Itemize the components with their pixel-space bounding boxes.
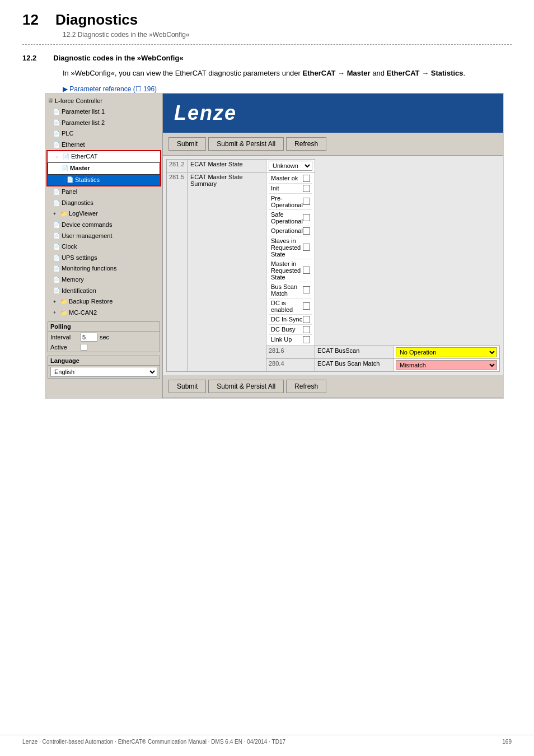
cb-safe-op[interactable] xyxy=(303,214,310,221)
section-number: 12.2 xyxy=(22,54,36,62)
ecat-busscan-dropdown[interactable]: No Operation Scan xyxy=(396,347,497,357)
submit-button[interactable]: Submit xyxy=(168,137,206,151)
sidebar-item-master[interactable]: 📄 Master xyxy=(48,162,160,175)
sidebar-item-lforce[interactable]: 🖥 L-force Controller xyxy=(45,96,162,107)
main-content-area: 🖥 L-force Controller 📄 Parameter list 1 … xyxy=(45,93,504,399)
sidebar-item-param1[interactable]: 📄 Parameter list 1 xyxy=(45,106,162,118)
cb-row-dc-in-sync: DC In-Sync xyxy=(269,315,312,325)
sidebar-item-label: Monitoring functions xyxy=(62,264,116,274)
submit-button-bottom[interactable]: Submit xyxy=(168,380,206,393)
sidebar-item-label: Diagnostics xyxy=(62,198,93,208)
sidebar-item-identification[interactable]: 📄 Identification xyxy=(45,286,162,297)
footer-page-number: 169 xyxy=(502,739,512,745)
param-id-281-6: 281.6 xyxy=(266,346,315,358)
sidebar-item-panel[interactable]: 📄 Panel xyxy=(45,186,162,198)
cb-dc-in-sync[interactable] xyxy=(303,316,310,323)
param-row-281-2: 281.2 ECAT Master State Unknown Init Pre… xyxy=(167,159,500,172)
cb-label-dc-enabled: DC is enabled xyxy=(271,300,303,313)
cb-pre-op[interactable] xyxy=(303,198,310,205)
cb-bus-scan-match[interactable] xyxy=(303,286,310,293)
sidebar-item-label: Master xyxy=(70,164,90,174)
mccan2-icon: 📁 xyxy=(60,309,67,318)
language-select[interactable]: English German French xyxy=(50,367,157,377)
cb-label-link-up: Link Up xyxy=(271,336,292,343)
sidebar-item-clock[interactable]: 📄 Clock xyxy=(45,241,162,253)
polling-title: Polling xyxy=(48,322,160,332)
page-footer: Lenze · Controller-based Automation · Et… xyxy=(0,735,534,745)
submit-persist-button-bottom[interactable]: Submit & Persist All xyxy=(208,380,284,393)
polling-active-checkbox[interactable] xyxy=(81,344,87,351)
ups-icon: 📄 xyxy=(53,254,60,263)
cb-row-master-req: Master in Requested State xyxy=(269,259,312,282)
body-text: In »WebConfig«, you can view the EtherCA… xyxy=(63,68,512,79)
backup-expand-icon: + xyxy=(53,298,59,306)
sidebar-item-plc[interactable]: 📄 PLC xyxy=(45,128,162,139)
param-ref-link[interactable]: Parameter reference (☐ 196) xyxy=(63,85,157,93)
logviewer-icon: 📁 xyxy=(60,209,67,218)
cb-op[interactable] xyxy=(303,227,310,235)
webconfig-panel: Lenze Submit Submit & Persist All Refres… xyxy=(163,94,503,398)
cb-dc-enabled[interactable] xyxy=(303,302,310,310)
top-toolbar: Submit Submit & Persist All Refresh xyxy=(163,133,503,156)
sidebar-item-logviewer[interactable]: + 📁 LogViewer xyxy=(45,208,162,220)
param-id-281-2: 281.2 xyxy=(167,159,188,172)
language-select-row: English German French xyxy=(48,366,160,378)
sidebar-item-ethercat[interactable]: − 📄 EtherCAT xyxy=(48,151,160,162)
cb-slaves-req[interactable] xyxy=(303,244,310,251)
sidebar-item-ups[interactable]: 📄 UPS settings xyxy=(45,253,162,264)
cb-label-bus-scan-match: Bus Scan Match xyxy=(271,283,303,297)
sidebar-item-diagnostics[interactable]: 📄 Diagnostics xyxy=(45,198,162,209)
section-divider xyxy=(22,44,512,45)
section-title: Diagnostic codes in the »WebConfig« xyxy=(53,54,183,62)
cb-label-dc-busy: DC Busy xyxy=(271,326,295,333)
param-id-280-4: 280.4 xyxy=(266,358,315,371)
plc-icon: 📄 xyxy=(53,129,60,138)
sidebar-item-label: UPS settings xyxy=(62,253,97,263)
sidebar-item-label: Statistics xyxy=(75,175,100,185)
param-name-281-6: ECAT BusScan xyxy=(315,346,393,358)
sidebar-item-label: Parameter list 2 xyxy=(62,118,105,128)
sidebar-item-usermgmt[interactable]: 📄 User management xyxy=(45,231,162,242)
submit-persist-button[interactable]: Submit & Persist All xyxy=(208,137,284,151)
lenze-header: Lenze xyxy=(163,94,503,133)
cb-init[interactable] xyxy=(303,185,310,192)
sidebar-item-ethernet[interactable]: 📄 Ethernet xyxy=(45,139,162,151)
cb-dc-busy[interactable] xyxy=(303,326,310,333)
cb-master-req[interactable] xyxy=(303,267,310,274)
param-row-281-5: 281.5 ECAT Master State Summary Master o… xyxy=(167,172,500,346)
cb-link-up[interactable] xyxy=(303,336,310,343)
ethercat-icon: 📄 xyxy=(63,152,69,161)
polling-unit: sec xyxy=(100,334,109,340)
params-table: 281.2 ECAT Master State Unknown Init Pre… xyxy=(166,159,500,372)
sidebar-item-statistics[interactable]: 📄 Statistics xyxy=(48,175,160,186)
panel-icon: 📄 xyxy=(53,188,60,197)
cb-master-ok[interactable] xyxy=(303,175,310,182)
cb-row-slaves-req: Slaves in Requested State xyxy=(269,236,312,259)
ecat-master-state-dropdown[interactable]: Unknown Init Pre-Operational Safe Operat… xyxy=(269,161,312,171)
sidebar-item-param2[interactable]: 📄 Parameter list 2 xyxy=(45,118,162,129)
backup-icon: 📁 xyxy=(60,297,67,306)
refresh-button-bottom[interactable]: Refresh xyxy=(286,380,326,393)
sidebar-item-label: Ethernet xyxy=(62,140,85,150)
chapter-number: 12 xyxy=(22,11,39,29)
param-name-281-2: ECAT Master State xyxy=(188,159,266,172)
sidebar-item-monitoring[interactable]: 📄 Monitoring functions xyxy=(45,263,162,274)
clock-icon: 📄 xyxy=(53,242,60,251)
monitoring-icon: 📄 xyxy=(53,264,60,273)
param-value-280-4: Mismatch Match xyxy=(393,358,499,371)
ecat-bus-scan-match-dropdown[interactable]: Mismatch Match xyxy=(396,360,497,370)
sidebar-item-label: Clock xyxy=(62,242,77,252)
cb-label-safe-op: Safe Operational xyxy=(271,211,303,225)
polling-interval-input[interactable] xyxy=(81,333,97,342)
polling-interval-row: Interval sec xyxy=(48,332,160,343)
sidebar-item-mccan2[interactable]: + 📁 MC-CAN2 xyxy=(45,307,162,319)
sidebar-item-devcmds[interactable]: 📄 Device commands xyxy=(45,220,162,231)
refresh-button[interactable]: Refresh xyxy=(286,137,326,151)
cb-row-master-ok: Master ok xyxy=(269,174,312,184)
sidebar-item-label: Parameter list 1 xyxy=(62,107,105,117)
sidebar-item-backup[interactable]: + 📁 Backup Restore xyxy=(45,296,162,307)
sidebar-item-memory[interactable]: 📄 Memory xyxy=(45,274,162,286)
sidebar-item-label: Backup Restore xyxy=(69,297,113,307)
param-value-281-6: No Operation Scan xyxy=(393,346,499,358)
param-name-281-5: ECAT Master State Summary xyxy=(188,172,266,371)
